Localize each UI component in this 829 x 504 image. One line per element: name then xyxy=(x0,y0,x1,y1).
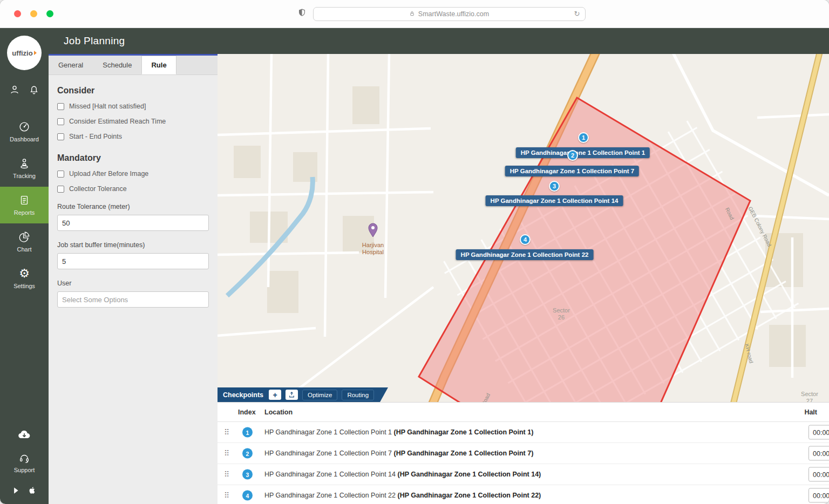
checkbox-missed-halt[interactable]: Missed [Halt not satisfied] xyxy=(57,103,209,110)
map-marker-4[interactable]: 4 xyxy=(520,234,531,245)
user-icon[interactable] xyxy=(9,84,20,95)
url-text: SmartWaste.uffizio.com xyxy=(418,10,489,18)
tab-general[interactable]: General xyxy=(49,56,93,74)
checkbox-label: Consider Estimated Reach Time xyxy=(69,118,166,125)
map-marker-2[interactable]: 2 xyxy=(567,150,578,161)
halt-time-input[interactable] xyxy=(808,446,829,461)
refresh-icon[interactable]: ↻ xyxy=(574,10,580,18)
row-index-badge: 4 xyxy=(242,491,253,501)
checkbox-collector-tolerance[interactable]: Collector Tolerance xyxy=(57,185,209,193)
user-select-input[interactable] xyxy=(57,291,209,308)
minimize-window-button[interactable] xyxy=(30,10,37,17)
halt-time-input[interactable] xyxy=(808,467,829,482)
collection-point-tooltip-2: HP Gandhinagar Zone 1 Collection Point 7 xyxy=(505,166,639,176)
panel-tabs: General Schedule Rule xyxy=(49,56,218,75)
tab-schedule[interactable]: Schedule xyxy=(93,56,141,74)
consider-heading: Consider xyxy=(57,86,209,96)
close-window-button[interactable] xyxy=(14,10,21,17)
app-root: Job Planning uffizio Dashboar xyxy=(0,28,829,504)
window-controls xyxy=(14,10,53,17)
checkbox-estimated-reach-time[interactable]: Consider Estimated Reach Time xyxy=(57,118,209,125)
hospital-pin-icon xyxy=(367,222,379,240)
browser-chrome: SmartWaste.uffizio.com ↻ xyxy=(0,0,829,28)
sidebar-item-chart[interactable]: Chart xyxy=(0,223,49,260)
row-location: HP Gandhinagar Zone 1 Collection Point 1… xyxy=(264,428,533,436)
drag-handle-icon[interactable]: ⠿ xyxy=(224,428,229,437)
mandatory-heading: Mandatory xyxy=(57,153,209,163)
checkbox-start-end-points[interactable]: Start - End Points xyxy=(57,133,209,140)
sidebar-item-tracking[interactable]: Tracking xyxy=(0,150,49,187)
checkbox-label: Start - End Points xyxy=(69,133,122,140)
bell-icon[interactable] xyxy=(29,84,39,95)
add-checkpoint-button[interactable]: + xyxy=(269,390,281,400)
route-tolerance-input[interactable] xyxy=(57,215,209,231)
apple-icon[interactable] xyxy=(28,485,37,495)
sidebar: uffizio Dashboard xyxy=(0,28,49,504)
table-row: ⠿ 2 HP Gandhinagar Zone 1 Collection Poi… xyxy=(218,443,829,464)
checkbox-box[interactable] xyxy=(57,118,64,125)
user-label: User xyxy=(57,280,209,287)
sidebar-item-settings[interactable]: ⚙ Settings xyxy=(0,260,49,297)
optimize-button[interactable]: Optimize xyxy=(302,390,337,400)
collection-point-tooltip-4: HP Gandhinagar Zone 1 Collection Point 2… xyxy=(456,249,594,260)
gear-icon: ⚙ xyxy=(19,268,30,280)
brand-logo-text: uffizio xyxy=(12,49,32,57)
collection-point-tooltip-1: HP Gandhinagar Zone 1 Collection Point 1 xyxy=(516,147,650,158)
drag-handle-icon[interactable]: ⠿ xyxy=(224,491,229,500)
checkbox-box[interactable] xyxy=(57,171,64,178)
buffer-time-label: Job start buffer time(minutes) xyxy=(57,241,209,249)
map-marker-1[interactable]: 1 xyxy=(578,132,589,143)
app-header: Job Planning xyxy=(49,28,829,54)
buffer-time-input[interactable] xyxy=(57,253,209,269)
row-location: HP Gandhinagar Zone 1 Collection Point 2… xyxy=(264,492,541,499)
index-column-header: Index xyxy=(238,408,256,416)
hospital-label: HarjivanHospital xyxy=(362,242,384,256)
maximize-window-button[interactable] xyxy=(46,10,53,17)
sidebar-item-label: Tracking xyxy=(13,173,36,179)
routing-button[interactable]: Routing xyxy=(342,390,374,400)
checkbox-label: Missed [Halt not satisfied] xyxy=(69,103,146,110)
map-area[interactable]: Sector26 Sector27 GEB Colony Road KH roa… xyxy=(218,54,829,504)
checkbox-box[interactable] xyxy=(57,186,64,193)
sector-26-label: Sector26 xyxy=(553,307,570,321)
sidebar-nav: Dashboard Tracking Reports xyxy=(0,113,49,297)
checkpoints-toolbar: Checkpoints + Optimize Routing xyxy=(218,387,388,402)
tab-rule[interactable]: Rule xyxy=(141,56,176,74)
checkbox-box[interactable] xyxy=(57,103,64,110)
row-location: HP Gandhinagar Zone 1 Collection Point 1… xyxy=(264,471,541,478)
page-title: Job Planning xyxy=(64,35,125,47)
row-index-badge: 2 xyxy=(242,448,253,459)
sidebar-item-reports[interactable]: Reports xyxy=(0,187,49,223)
row-index-badge: 1 xyxy=(242,427,253,438)
row-index-badge: 3 xyxy=(242,469,253,480)
collection-point-tooltip-3: HP Gandhinagar Zone 1 Collection Point 1… xyxy=(486,195,623,206)
sidebar-item-label: Settings xyxy=(13,283,35,289)
drag-handle-icon[interactable]: ⠿ xyxy=(224,470,229,479)
store-icons xyxy=(12,485,37,495)
sidebar-bottom: Support xyxy=(0,428,49,504)
brand-logo[interactable]: uffizio xyxy=(7,36,42,70)
table-row: ⠿ 1 HP Gandhinagar Zone 1 Collection Poi… xyxy=(218,422,829,443)
checkbox-box[interactable] xyxy=(57,133,64,140)
halt-column-header: Halt xyxy=(804,408,817,416)
checkbox-upload-after-before[interactable]: Upload After Before Image xyxy=(57,170,209,178)
halt-time-input[interactable] xyxy=(808,425,829,440)
reports-icon xyxy=(18,194,30,206)
shield-icon[interactable] xyxy=(297,8,307,19)
dashboard-icon xyxy=(18,121,30,133)
cloud-download-icon[interactable] xyxy=(17,428,31,440)
upload-checkpoints-button[interactable] xyxy=(286,390,298,400)
sidebar-item-label: Dashboard xyxy=(10,136,39,142)
address-bar[interactable]: SmartWaste.uffizio.com ↻ xyxy=(313,7,586,21)
map-marker-3[interactable]: 3 xyxy=(549,181,560,192)
route-tolerance-label: Route Tolerance (meter) xyxy=(57,203,209,210)
lock-icon xyxy=(409,9,415,19)
halt-time-input[interactable] xyxy=(808,488,829,503)
play-store-icon[interactable] xyxy=(12,486,21,495)
sidebar-quick-icons xyxy=(9,84,39,95)
checkpoints-table-header: Index Location Halt xyxy=(218,403,829,422)
drag-handle-icon[interactable]: ⠿ xyxy=(224,449,229,458)
sidebar-item-support[interactable]: Support xyxy=(14,452,35,473)
tracking-icon xyxy=(18,158,30,169)
sidebar-item-dashboard[interactable]: Dashboard xyxy=(0,113,49,150)
